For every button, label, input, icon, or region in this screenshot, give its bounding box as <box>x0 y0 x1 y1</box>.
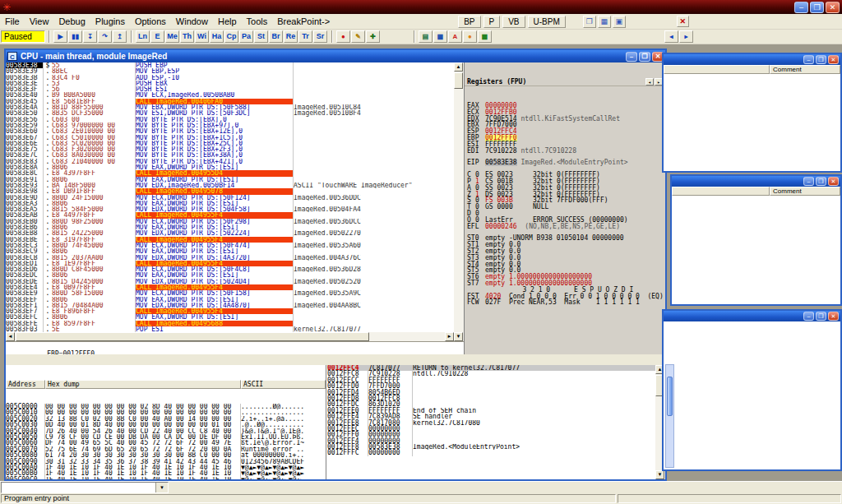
toolbar-pane-button-st[interactable]: St <box>254 30 268 43</box>
patch-icon[interactable]: ✚ <box>366 30 380 43</box>
toolbar-pane-button-br[interactable]: Br <box>269 30 283 43</box>
assemble-icon[interactable]: A <box>448 30 462 43</box>
side-close-button[interactable]: ✕ <box>828 177 839 186</box>
pane-splitter[interactable] <box>6 354 665 365</box>
command-combobox[interactable]: ▼ <box>1 482 169 493</box>
disasm-row[interactable]: 00583EFC.8B06MOV EAX,DWORD PTR DS:[ESI] <box>6 314 454 320</box>
toolbar-pane-button-me[interactable]: Me <box>165 30 179 43</box>
dump-row[interactable]: 005C00300D 40 00 01 8D 40 00 00 00 00 00… <box>6 422 326 428</box>
dump-row[interactable]: 005C00C01F 40 1E 10 1F 40 1E 10 1F 40 1E… <box>6 477 326 479</box>
dump-row[interactable]: 005C001000 00 00 00 00 00 00 00 00 00 00… <box>6 409 326 415</box>
toolbar-pane-button-pa[interactable]: Pa <box>239 30 253 43</box>
restore-layout-icon[interactable]: ▣ <box>613 16 626 28</box>
toolbar-pane-button-sr[interactable]: Sr <box>313 30 327 43</box>
side-window-1-body[interactable] <box>664 74 840 171</box>
side-window-2-body[interactable] <box>672 196 840 304</box>
disasm-row[interactable]: 00583E60.C683 2E010000 00MOV BYTE PTR DS… <box>6 128 454 134</box>
cpu-window[interactable]: C CPU - main thread, module ImageRed – ❒… <box>4 49 667 481</box>
toolbar-pane-button-wi[interactable]: Wi <box>195 30 209 43</box>
disasm-hscroll-thumb[interactable] <box>16 332 369 341</box>
disasm-row[interactable]: 00583EB0.8B0D 98F25000MOV ECX,DWORD PTR … <box>6 219 454 224</box>
disassembly-pane[interactable]: 00583E38$55PUSH EBP00583E39.8BECMOV EBP,… <box>6 62 454 332</box>
dump-row[interactable]: 005C007052 75 6E 74 69 6D 65 20 65 72 72… <box>6 446 326 452</box>
toolbar-pane-button-re[interactable]: Re <box>284 30 298 43</box>
dump-row[interactable]: 005C002032 13 8B C0 02 00 8B C0 00 40 A0… <box>6 416 326 422</box>
fpu-control-row[interactable]: FCW027F Prec NEAR,53 Mask 1 1 1 1 1 1 <box>467 299 663 306</box>
log-window-icon[interactable]: ▤ <box>419 30 433 43</box>
menubar-close-button[interactable]: ✕ <box>677 16 689 27</box>
side-minimize-button[interactable]: – <box>803 55 814 64</box>
info-pane[interactable]: EBP=0012FFF0 <box>6 341 464 354</box>
disasm-row[interactable]: 00583ED6.8B0D C8F45000MOV ECX,DWORD PTR … <box>6 266 454 272</box>
dump-row[interactable]: 005C000000 00 00 00 00 00 00 00 02 8D 40… <box>6 404 326 409</box>
toolbar-overflow-left-icon[interactable]: ◂ <box>664 30 678 43</box>
toolbar-pane-button-e[interactable]: E <box>150 30 164 43</box>
disasm-row[interactable]: 00583E45.E8 5681E8FFCALL ImageRed.00406F… <box>6 99 454 104</box>
eip-row[interactable]: EIP00583E38ImageRed.<ModuleEntryPoint> <box>467 160 663 166</box>
disasm-row[interactable]: 00583E8A.8B06MOV EAX,DWORD PTR DS:[ESI] <box>6 164 454 170</box>
dump-column-header-address[interactable]: Address <box>6 380 45 389</box>
side-minimize-button[interactable]: – <box>803 312 814 321</box>
disasm-row[interactable]: 00583E6E.C683 5C020000 00MOV BYTE PTR DS… <box>6 141 454 146</box>
menu-item-breakpoint[interactable]: BreakPoint-> <box>272 15 335 28</box>
disasm-row[interactable]: 00583EEF.8B06MOV EAX,DWORD PTR DS:[ESI] <box>6 297 454 303</box>
disasm-row[interactable]: 00583ED1.E8 1E97F8FFCALL ImageRed.004955… <box>6 261 454 266</box>
disasm-row[interactable]: 00583E39.8BECMOV EBP,ESP <box>6 68 454 74</box>
stack-row[interactable]: 0012FFFC00000000 <box>327 450 655 455</box>
side-window-1-titlebar[interactable]: – ❒ ✕ <box>664 54 840 65</box>
disasm-row[interactable]: 00583E3B.83C4 F0ADD ESP,-10 <box>6 75 454 81</box>
run-icon[interactable]: ▶ <box>53 30 67 43</box>
side-window-2[interactable]: – ❒ ✕ Comment <box>670 174 842 306</box>
menubar-button-ubpm[interactable]: U-BPM <box>528 16 566 28</box>
side-close-button[interactable]: ✕ <box>828 55 839 64</box>
disasm-row[interactable]: 00583E38$55PUSH EBP <box>6 62 454 68</box>
chevron-down-icon[interactable]: ▼ <box>155 483 168 492</box>
menu-item-options[interactable]: Options <box>130 15 171 28</box>
disasm-hscrollbar[interactable]: ◄ ► <box>6 332 454 341</box>
disasm-row[interactable]: 00583E3E.53PUSH EBX <box>6 81 454 86</box>
comment-column-header[interactable]: Comment <box>770 187 840 196</box>
toolbar-pane-button-ln[interactable]: Ln <box>136 30 150 43</box>
dump-row[interactable]: 005C00B01F 40 1E 10 1F 40 1E 10 1F 40 1E… <box>6 470 326 476</box>
side-minimize-button[interactable]: – <box>803 177 814 186</box>
scroll-down-icon[interactable]: ▼ <box>655 470 664 479</box>
toolbar-overflow-right-icon[interactable]: ▸ <box>679 30 693 43</box>
disasm-row[interactable]: 00583EAB.E8 4497F8FFCALL ImageRed.004955… <box>6 212 454 218</box>
disasm-row[interactable]: 00583EDE.8B15 D4245000MOV EDX,DWORD PTR … <box>6 279 454 284</box>
disasm-row[interactable]: 00583E4A.8B1D 88F55000MOV EBX,DWORD PTR … <box>6 104 454 110</box>
breakpoint-toggle-icon[interactable]: ● <box>336 30 350 43</box>
registers-pane[interactable]: Registers (FPU) ◂ ▸ EAX00000000ECX0012FF… <box>464 62 665 354</box>
disasm-row[interactable]: 00583E67.C683 C5010000 00MOV BYTE PTR DS… <box>6 135 454 141</box>
side-vscrollbar[interactable] <box>665 364 674 468</box>
side-vscroll-thumb[interactable] <box>667 377 673 416</box>
menubar-button-vb[interactable]: VB <box>502 16 525 28</box>
side-window-1[interactable]: – ❒ ✕ Comment <box>662 53 842 173</box>
tile-windows-icon[interactable]: ▦ <box>598 16 611 28</box>
toolbar-pane-button-ha[interactable]: Ha <box>210 30 224 43</box>
disasm-row[interactable]: 00583E93.BA 14BF5000MOV EDX,ImageRed.005… <box>6 183 454 188</box>
menubar-button-p[interactable]: P <box>483 16 501 28</box>
dump-row[interactable]: 005C008061 74 20 30 30 30 30 30 30 30 30… <box>6 452 326 458</box>
side-window-3-titlebar[interactable]: – ❒ ✕ <box>664 311 840 321</box>
disasm-row[interactable]: 00583E8C.E8 4397F8FFCALL ImageRed.004955… <box>6 170 454 176</box>
disasm-row[interactable]: 00583EDC.8B06MOV EAX,DWORD PTR DS:[ESI] <box>6 272 454 278</box>
disasm-row[interactable]: 00583E59.C683 97000000 00MOV BYTE PTR DS… <box>6 123 454 128</box>
menu-item-file[interactable]: File <box>0 15 25 28</box>
side-window-2-titlebar[interactable]: – ❒ ✕ <box>672 176 840 187</box>
disasm-row[interactable]: 00583E7C.C683 8A030000 00MOV BYTE PTR DS… <box>6 152 454 158</box>
menu-item-help[interactable]: Help <box>213 15 242 28</box>
app-close-button[interactable]: ✕ <box>826 2 840 13</box>
scroll-up-icon[interactable]: ▲ <box>454 62 463 72</box>
disasm-vscrollbar[interactable]: ▲ ▼ <box>454 62 464 341</box>
cascade-windows-icon[interactable]: ❐ <box>583 16 596 28</box>
disasm-row[interactable]: 00583EF7.E8 F896F8FFCALL ImageRed.004955… <box>6 308 454 314</box>
registers-prev-icon[interactable]: ◂ <box>645 78 654 86</box>
cpu-minimize-button[interactable]: – <box>626 52 637 62</box>
disasm-row[interactable]: 00583E75.C683 F3020000 00MOV BYTE PTR DS… <box>6 146 454 152</box>
column-header[interactable] <box>664 65 770 74</box>
disasm-row[interactable]: 00583ECB.8B15 2037AA00MOV EDX,DWORD PTR … <box>6 255 454 261</box>
app-minimize-button[interactable]: – <box>794 2 808 13</box>
side-close-button[interactable]: ✕ <box>828 312 839 321</box>
side-maximize-button[interactable]: ❒ <box>816 312 826 321</box>
menu-item-tools[interactable]: Tools <box>242 15 273 28</box>
